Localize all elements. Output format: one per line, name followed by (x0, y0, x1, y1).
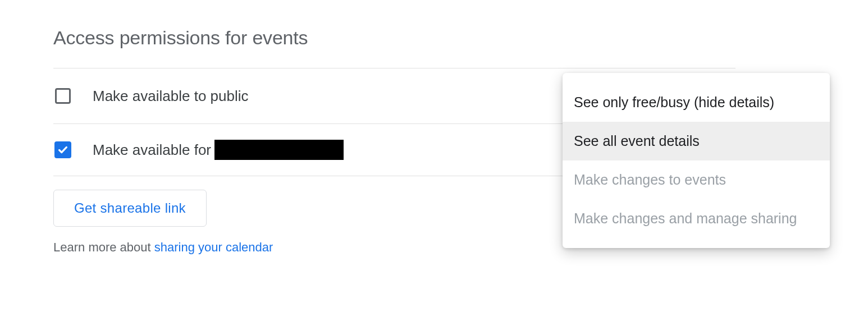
option-label-org: Make available for (93, 140, 344, 160)
checkbox-public[interactable] (53, 86, 72, 105)
checkbox-unchecked-icon (55, 88, 71, 104)
permission-dropdown-menu: See only free/busy (hide details) See al… (563, 73, 830, 248)
option-label-public: Make available to public (93, 88, 249, 105)
sharing-calendar-link[interactable]: sharing your calendar (154, 240, 273, 254)
section-title: Access permissions for events (53, 27, 735, 68)
checkbox-org[interactable] (53, 140, 72, 159)
learn-more-prefix: Learn more about (53, 240, 154, 254)
dropdown-item-make-changes: Make changes to events (563, 160, 830, 199)
dropdown-item-freebusy[interactable]: See only free/busy (hide details) (563, 83, 830, 122)
dropdown-item-all-details[interactable]: See all event details (563, 122, 830, 160)
check-icon (57, 144, 69, 156)
redacted-org-name (214, 140, 344, 160)
checkbox-checked-icon (54, 141, 71, 158)
option-label-org-prefix: Make available for (93, 141, 211, 159)
dropdown-item-manage-sharing: Make changes and manage sharing (563, 199, 830, 238)
get-shareable-link-button[interactable]: Get shareable link (53, 190, 207, 227)
